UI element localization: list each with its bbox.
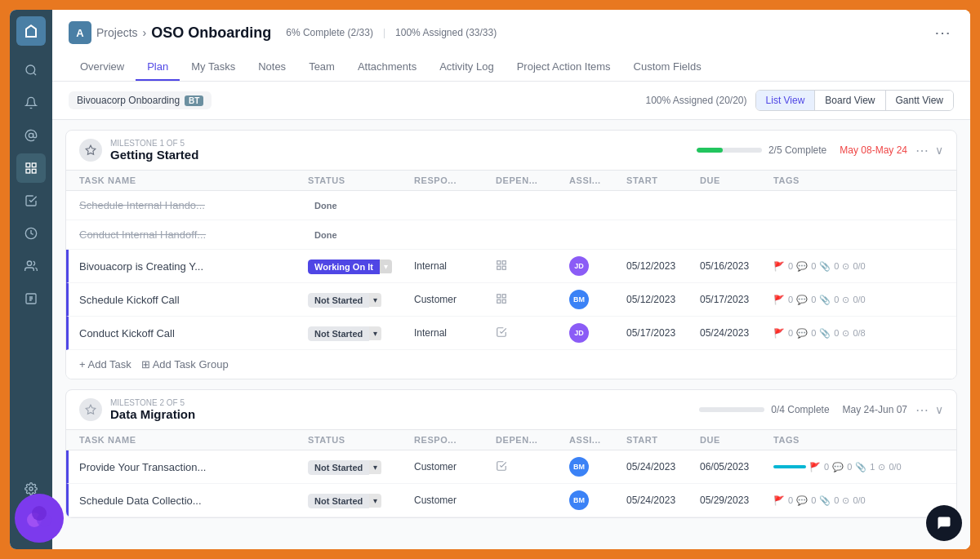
status-badge: Done	[308, 228, 344, 242]
svg-point-9	[29, 487, 33, 490]
tab-attachments[interactable]: Attachments	[346, 54, 428, 81]
app-logo[interactable]	[16, 16, 46, 46]
nav-report-icon[interactable]	[16, 284, 46, 313]
milestone-2-table-header: Task Name Status Respo... Depen... Assi.…	[66, 430, 956, 450]
tab-project-action-items[interactable]: Project Action Items	[506, 54, 622, 81]
milestone-1-info: MILESTONE 1 OF 5 Getting Started	[110, 139, 688, 162]
tab-my-tasks[interactable]: My Tasks	[180, 54, 247, 81]
milestone-2-collapse-button[interactable]: ∨	[935, 403, 943, 416]
milestone-1-icon	[79, 139, 102, 162]
svg-rect-19	[502, 299, 506, 303]
svg-rect-4	[32, 169, 36, 173]
status-caret[interactable]: ▾	[369, 494, 381, 508]
tab-activity-log[interactable]: Activity Log	[428, 54, 505, 81]
check-icon: ⊙	[842, 261, 849, 272]
main-content: A Projects › OSO Onboarding 6% Complete …	[52, 10, 970, 549]
status-dropdown[interactable]: Not Started ▾	[308, 326, 381, 341]
icon-rail	[10, 10, 52, 549]
status-dropdown[interactable]: Not Started ▾	[308, 293, 381, 308]
list-view-button[interactable]: List View	[756, 91, 816, 110]
th-task-name-2: Task Name	[79, 435, 308, 445]
status-caret[interactable]: ▾	[380, 260, 392, 273]
avatar: JD	[569, 256, 589, 276]
board-view-button[interactable]: Board View	[815, 91, 885, 110]
task-row[interactable]: Conduct Kickoff Call Not Started ▾ Inter…	[66, 317, 956, 350]
nav-mail-icon[interactable]	[16, 121, 46, 150]
th-task-name: Task Name	[79, 175, 308, 185]
tab-team[interactable]: Team	[297, 54, 346, 81]
tab-custom-fields[interactable]: Custom Fields	[622, 54, 713, 81]
milestone-2-more-button[interactable]: ⋯	[915, 402, 929, 418]
comment-icon: 💬	[796, 328, 808, 339]
milestone-1-collapse-button[interactable]: ∨	[935, 144, 943, 157]
comment-icon: 💬	[796, 295, 808, 305]
task-start: 05/24/2023	[626, 495, 700, 506]
status-dropdown[interactable]: Not Started ▾	[308, 494, 381, 508]
tab-notes[interactable]: Notes	[247, 54, 297, 81]
nav-team-icon[interactable]	[16, 251, 46, 281]
breadcrumb-separator: ›	[143, 26, 147, 39]
status-caret[interactable]: ▾	[369, 460, 381, 474]
view-btn-group: List View Board View Gantt View	[755, 90, 954, 111]
milestone-1-progress-label: 2/5 Complete	[768, 144, 826, 156]
task-due: 05/29/2023	[700, 495, 773, 506]
nav-bell-icon[interactable]	[16, 88, 46, 118]
th-tags-2: Tags	[773, 435, 943, 445]
status-dropdown[interactable]: Not Started ▾	[308, 460, 381, 475]
task-assignee: JD	[569, 323, 626, 343]
task-start: 05/12/2023	[626, 294, 700, 305]
task-start: 05/12/2023	[626, 260, 700, 272]
svg-marker-21	[86, 405, 96, 414]
breadcrumb: A Projects › OSO Onboarding 6% Complete …	[69, 21, 497, 44]
task-tags: 🚩0 💬0 📎0 ⊙0/0	[773, 495, 943, 506]
header-actions: ⋯	[931, 20, 954, 46]
task-row[interactable]: Provide Your Transaction... Not Started …	[66, 450, 956, 484]
add-group-button[interactable]: ⊞ Add Task Group	[141, 358, 229, 370]
avatar: BM	[569, 457, 589, 477]
task-responsible: Internal	[414, 327, 496, 339]
status-caret[interactable]: ▾	[369, 326, 381, 340]
th-assignee-2: Assi...	[569, 435, 626, 445]
th-status-2: Status	[308, 435, 414, 445]
th-due-2: Due	[700, 435, 773, 445]
status-dropdown[interactable]: Working On It ▾	[308, 260, 392, 274]
attach-icon: 📎	[819, 261, 831, 272]
milestone-1-progress-fill	[697, 148, 723, 153]
nav-grid-icon[interactable]	[16, 153, 46, 183]
nav-check-icon[interactable]	[16, 186, 46, 215]
svg-point-0	[26, 65, 35, 74]
task-row[interactable]: Bivouacorp is Creating Y... Working On I…	[66, 250, 956, 283]
svg-point-1	[29, 133, 33, 137]
add-task-row: + Add Task ⊞ Add Task Group	[66, 350, 956, 379]
nav-clock-icon[interactable]	[16, 219, 46, 248]
milestone-1-more-button[interactable]: ⋯	[915, 143, 929, 158]
more-options-button[interactable]: ⋯	[931, 20, 954, 46]
task-dep	[496, 260, 569, 273]
task-row[interactable]: Schedule Kickoff Call Not Started ▾ Cust…	[66, 283, 956, 317]
gantt-view-button[interactable]: Gantt View	[886, 91, 953, 110]
status-caret[interactable]: ▾	[369, 293, 381, 307]
th-start: Start	[626, 175, 700, 185]
add-task-button[interactable]: + Add Task	[79, 358, 131, 370]
milestone-2-info: MILESTONE 2 OF 5 Data Migration	[110, 398, 691, 421]
tab-overview[interactable]: Overview	[69, 54, 136, 81]
completion-status: 6% Complete (2/33)	[286, 27, 373, 38]
task-responsible: Internal	[414, 260, 496, 272]
check-icon: ⊙	[842, 495, 849, 506]
workspace-tab-label: Bivouacorp Onboarding	[77, 95, 180, 106]
check-icon: ⊙	[842, 328, 849, 339]
project-title[interactable]: OSO Onboarding	[151, 24, 271, 42]
workspace-tab[interactable]: Bivouacorp Onboarding BT	[69, 91, 212, 109]
milestone-2-number: MILESTONE 2 OF 5	[110, 398, 691, 407]
status-badge: Not Started	[308, 494, 369, 508]
milestone-1-table-header: Task Name Status Respo... Depen... Assi.…	[66, 171, 956, 191]
task-name: Conduct Internal Handoff...	[79, 228, 308, 241]
task-row[interactable]: Schedule Internal Hando... Done	[66, 191, 956, 220]
chat-button[interactable]	[926, 505, 962, 541]
nav-search-icon[interactable]	[16, 55, 46, 85]
task-row[interactable]: Conduct Internal Handoff... Done	[66, 220, 956, 250]
breadcrumb-projects[interactable]: Projects	[96, 26, 138, 39]
task-row[interactable]: Schedule Data Collectio... Not Started ▾…	[66, 484, 956, 517]
th-start-2: Start	[626, 435, 700, 445]
tab-plan[interactable]: Plan	[136, 54, 180, 81]
